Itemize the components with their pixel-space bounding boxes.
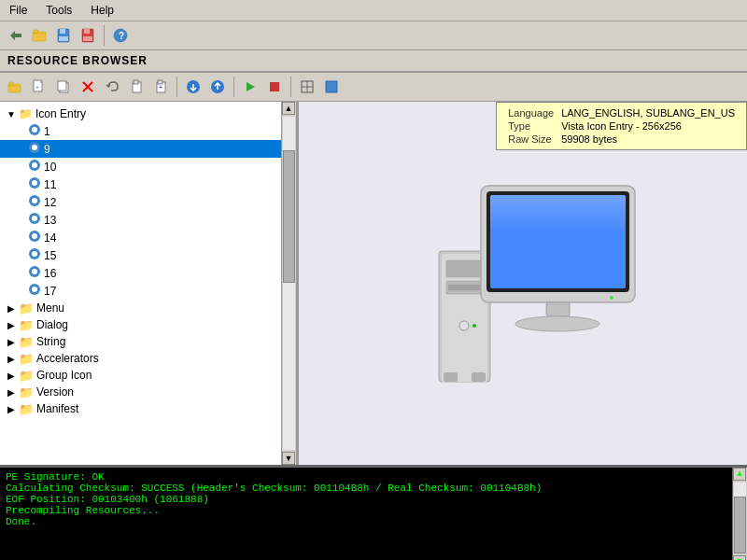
string-label: String [36,335,65,348]
expand-version[interactable]: ▶ [4,385,19,399]
expand-group-icon[interactable]: ▶ [4,368,19,383]
tree-item-12[interactable]: 12 [0,193,296,211]
svg-rect-10 [8,84,21,92]
svg-point-41 [32,198,37,203]
tree-folder-group-icon[interactable]: ▶ 📁 Group Icon [0,367,296,384]
svg-point-37 [32,162,37,168]
red-save-button[interactable] [77,24,99,47]
expand-menu[interactable]: ▶ [4,301,19,315]
console-scroll-down[interactable]: ▼ [733,555,746,560]
rawsize-val: 59908 bytes [557,133,739,146]
tb2-play[interactable] [239,76,261,98]
console-line-1: PE Signature: OK [6,471,741,483]
tree-root-label: Icon Entry [35,107,86,120]
accelerators-folder-icon: 📁 [19,352,34,366]
main-area: ▼ 📁 Icon Entry 1 9 10 [0,102,747,466]
tb2-open[interactable] [4,76,26,98]
tb2-copy[interactable] [52,76,75,98]
svg-rect-59 [444,372,458,382]
tree-folder-version[interactable]: ▶ 📁 Version [0,384,296,400]
item-15-label: 15 [44,249,56,262]
scroll-down-arrow[interactable]: ▼ [282,452,295,465]
svg-point-47 [32,251,37,257]
tree-scrollbar[interactable]: ▲ ▼ [281,102,296,465]
save-button[interactable] [52,24,75,47]
tree-content: ▼ 📁 Icon Entry 1 9 10 [0,102,296,465]
svg-point-66 [515,316,599,331]
tb2-tool1[interactable] [296,76,318,98]
help-button[interactable]: ? [109,24,132,47]
tree-folder-string[interactable]: ▶ 📁 String [0,333,296,350]
tb2-up[interactable] [206,76,229,98]
console-scrollbar[interactable]: ▲ ▼ [732,468,747,560]
scroll-thumb[interactable] [283,150,295,284]
dialog-folder-icon: 📁 [19,318,34,332]
svg-rect-27 [270,82,279,91]
tree-item-9[interactable]: 9 [0,140,296,158]
item-10-label: 10 [44,161,56,174]
svg-rect-7 [83,36,92,41]
item-12-label: 12 [44,196,56,209]
sep4 [290,77,291,97]
svg-point-35 [32,145,37,150]
expand-string[interactable]: ▶ [4,334,19,349]
expand-accelerators[interactable]: ▶ [4,351,19,366]
group-icon-label: Group Icon [36,369,92,382]
tb2-paste2[interactable]: + [149,76,172,98]
svg-rect-60 [472,372,486,382]
tb2-down[interactable] [182,76,204,98]
tb2-undo[interactable] [101,76,123,98]
manifest-label: Manifest [36,402,78,415]
toolbar2: + + [0,73,747,102]
console-scroll-thumb[interactable] [734,497,746,553]
svg-rect-16 [58,81,66,91]
tb2-tool2[interactable] [320,76,343,98]
svg-rect-56 [448,285,481,290]
svg-point-49 [32,269,37,274]
tree-item-15[interactable]: 15 [0,246,296,264]
tree-item-14[interactable]: 14 [0,229,296,246]
sep1 [104,25,105,46]
tree-folder-accelerators[interactable]: ▶ 📁 Accelerators [0,350,296,367]
back-button[interactable] [4,24,26,47]
expand-manifest[interactable]: ▶ [4,401,19,416]
item-9-label: 9 [44,143,50,156]
string-folder-icon: 📁 [19,335,34,349]
console-scroll-up[interactable]: ▲ [733,468,746,481]
open-button[interactable] [28,24,50,47]
expand-icon-entry[interactable]: ▼ [4,106,19,121]
tb2-stop[interactable] [263,76,286,98]
sep3 [233,77,234,97]
tb2-delete[interactable] [77,76,99,98]
menu-file[interactable]: File [4,2,33,19]
expand-dialog[interactable]: ▶ [4,317,19,332]
tree-item-16[interactable]: 16 [0,264,296,282]
tree-folder-menu[interactable]: ▶ 📁 Menu [0,300,296,316]
tree-item-1[interactable]: 1 [0,122,296,140]
svg-rect-65 [546,302,570,316]
svg-rect-64 [490,195,626,232]
tree-folder-manifest[interactable]: ▶ 📁 Manifest [0,400,296,417]
tree-folder-dialog[interactable]: ▶ 📁 Dialog [0,316,296,333]
dialog-label: Dialog [36,318,68,331]
file-icon-1 [28,123,41,139]
computer-illustration [392,176,654,391]
svg-point-45 [32,233,37,239]
tree-item-10[interactable]: 10 [0,158,296,175]
tree-root-icon-entry[interactable]: ▼ 📁 Icon Entry [0,105,296,122]
svg-rect-1 [34,30,38,33]
tree-item-13[interactable]: 13 [0,211,296,229]
svg-text:+: + [159,84,162,91]
item-14-label: 14 [44,231,56,245]
menu-help[interactable]: Help [85,2,120,19]
tree-item-11[interactable]: 11 [0,175,296,193]
accelerators-label: Accelerators [36,352,99,365]
scroll-up-arrow[interactable]: ▲ [282,102,295,115]
file-icon-11 [28,176,41,192]
svg-rect-11 [9,82,13,85]
menu-tools[interactable]: Tools [40,2,78,19]
toolbar1: ? [0,21,747,50]
tree-item-17[interactable]: 17 [0,282,296,300]
tb2-paste[interactable] [125,76,148,98]
tb2-new[interactable]: + [28,76,50,98]
